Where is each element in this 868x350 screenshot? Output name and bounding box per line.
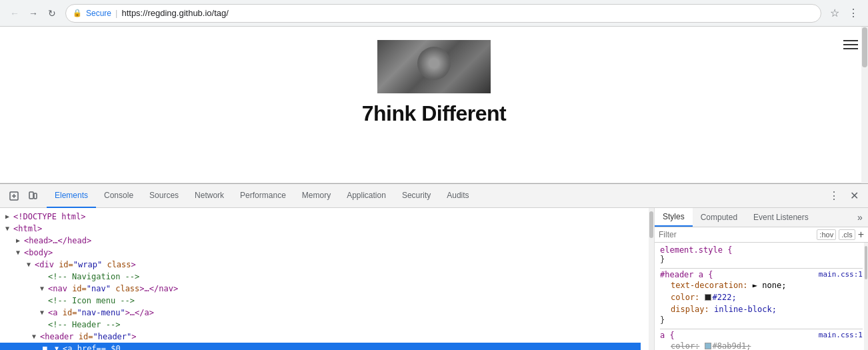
dom-line-html[interactable]: <html>: [0, 223, 641, 235]
body-tag: <body>: [24, 247, 53, 259]
a-source[interactable]: main.css:1: [819, 331, 863, 340]
dom-scrollbar[interactable]: [649, 208, 654, 350]
header-a-source[interactable]: main.css:1: [819, 270, 863, 279]
devtools: Elements Console Sources Network Perform…: [0, 183, 868, 350]
triangle-a-nav-menu[interactable]: [40, 307, 48, 319]
dom-line-header[interactable]: <header id="header">: [0, 331, 641, 343]
reload-button[interactable]: ↻: [44, 5, 60, 21]
dom-panel: <!DOCTYPE html> <html> <head>…</head> <b…: [0, 208, 655, 350]
nav-buttons: ← → ↻: [7, 5, 60, 21]
styles-selector-element: element.style {: [660, 245, 863, 255]
tab-sources[interactable]: Sources: [141, 184, 187, 208]
tab-network[interactable]: Network: [187, 184, 232, 208]
triangle-doctype[interactable]: [5, 211, 13, 223]
header-comment: <!-- Header -->: [48, 319, 120, 331]
device-toolbar-button[interactable]: [24, 187, 41, 205]
styles-rule-a: a { main.css:1 color: #8ab9d1; text-deco…: [660, 331, 863, 350]
svg-rect-2: [34, 193, 37, 199]
prop-value-display: inline-block;: [714, 303, 777, 315]
a-nav-menu-tag: <a id="nav-menu">…</a>: [48, 307, 154, 319]
dom-line-nav-comment[interactable]: <!-- Navigation -->: [0, 271, 641, 283]
dom-line-wrap[interactable]: <div id="wrap" class>: [0, 259, 641, 271]
styles-filter-hov[interactable]: :hov: [817, 229, 836, 240]
header-a-selector-text: #header a {: [660, 270, 713, 279]
styles-rule-element: element.style { }: [660, 245, 863, 264]
url-separator: |: [115, 8, 117, 18]
sub-tab-styles[interactable]: Styles: [655, 208, 693, 227]
hamburger-line-3: [843, 48, 858, 49]
styles-filter-cls[interactable]: .cls: [839, 229, 855, 240]
inspect-element-button[interactable]: [5, 187, 23, 205]
dom-line-header-comment[interactable]: <!-- Header -->: [0, 319, 641, 331]
nav-comment: <!-- Navigation -->: [48, 271, 139, 283]
triangle-nav[interactable]: [40, 283, 48, 295]
styles-divider-2: [660, 329, 863, 329]
devtools-body: <!DOCTYPE html> <html> <head>…</head> <b…: [0, 208, 868, 350]
secure-label: Secure: [86, 9, 111, 18]
dom-line-head[interactable]: <head>…</head>: [0, 235, 641, 247]
triangle-html[interactable]: [5, 223, 13, 235]
html-tag: <html>: [13, 223, 42, 235]
styles-filter-input[interactable]: [659, 230, 814, 239]
browser-toolbar: ← → ↻ 🔒 Secure | https://regding.github.…: [0, 0, 868, 27]
devtools-more-button[interactable]: ⋮: [825, 187, 843, 205]
tab-application[interactable]: Application: [339, 184, 394, 208]
hamburger-line-2: [843, 44, 858, 45]
tab-security[interactable]: Security: [394, 184, 439, 208]
page-scroll-thumb[interactable]: [862, 27, 867, 67]
devtools-icon-group: [5, 187, 41, 205]
prop-value-text-decoration: ► none;: [753, 279, 787, 291]
devtools-toolbar: Elements Console Sources Network Perform…: [0, 184, 868, 208]
sub-tab-event-listeners[interactable]: Event Listeners: [745, 208, 817, 227]
dom-scroll-thumb[interactable]: [649, 211, 653, 238]
hamburger-menu[interactable]: [843, 40, 858, 49]
a-selected-tag: <a href== $0: [63, 343, 121, 350]
triangle-a-selected[interactable]: [55, 343, 63, 350]
styles-panel: Styles Computed Event Listeners » :hov .…: [655, 208, 868, 350]
triangle-body[interactable]: [16, 247, 24, 259]
more-button[interactable]: ⋮: [845, 5, 861, 21]
styles-filter-bar: :hov .cls +: [655, 227, 868, 243]
dom-line-a-selected[interactable]: ■ <a href== $0: [0, 343, 641, 350]
dom-line-a-nav-menu[interactable]: <a id="nav-menu">…</a>: [0, 307, 641, 319]
wrap-tag: <div id="wrap" class>: [35, 259, 136, 271]
styles-sub-tab-more[interactable]: »: [852, 208, 868, 227]
prop-name-display: display:: [671, 303, 709, 315]
sub-tab-computed[interactable]: Computed: [693, 208, 745, 227]
icon-comment: <!-- Icon menu -->: [48, 295, 135, 307]
address-bar[interactable]: 🔒 Secure | https://regding.github.io/tag…: [65, 4, 821, 23]
dom-line-nav[interactable]: <nav id="nav" class>…</nav>: [0, 283, 641, 295]
url-text: https://regding.github.io/tag/: [121, 8, 228, 18]
triangle-header[interactable]: [32, 331, 40, 343]
bookmark-button[interactable]: ☆: [827, 5, 843, 21]
tab-console[interactable]: Console: [96, 184, 141, 208]
triangle-wrap[interactable]: [27, 259, 35, 271]
dom-line-icon-comment[interactable]: <!-- Icon menu -->: [0, 295, 641, 307]
tab-performance[interactable]: Performance: [232, 184, 294, 208]
head-tag: <head>…</head>: [24, 235, 91, 247]
doctype-tag: <!DOCTYPE html>: [13, 211, 85, 223]
styles-selector-a: a { main.css:1: [660, 331, 863, 340]
secure-icon: 🔒: [73, 9, 82, 17]
dom-line-body-open[interactable]: <body>: [0, 247, 641, 259]
back-button[interactable]: ←: [7, 5, 23, 21]
styles-divider-1: [660, 268, 863, 269]
color-swatch-222: [705, 294, 711, 301]
forward-button[interactable]: →: [25, 5, 41, 21]
tab-elements[interactable]: Elements: [47, 184, 96, 208]
triangle-head[interactable]: [16, 235, 24, 247]
logo-image: [377, 40, 491, 93]
dom-line-doctype[interactable]: <!DOCTYPE html>: [0, 211, 641, 223]
tab-audits[interactable]: Audits: [439, 184, 477, 208]
styles-scrollbar[interactable]: [864, 243, 868, 350]
page-scrollbar[interactable]: [861, 27, 868, 183]
prop-text-decoration: text-decoration: ► none;: [660, 279, 863, 291]
site-title: 7hink Different: [362, 101, 507, 126]
styles-add-rule-button[interactable]: +: [858, 229, 864, 240]
browser-actions: ☆ ⋮: [827, 5, 861, 21]
a-selector-text: a {: [660, 331, 675, 340]
tab-memory[interactable]: Memory: [294, 184, 339, 208]
devtools-tabs: Elements Console Sources Network Perform…: [47, 184, 825, 208]
styles-scroll-thumb[interactable]: [865, 246, 867, 279]
devtools-close-button[interactable]: ✕: [845, 187, 863, 205]
